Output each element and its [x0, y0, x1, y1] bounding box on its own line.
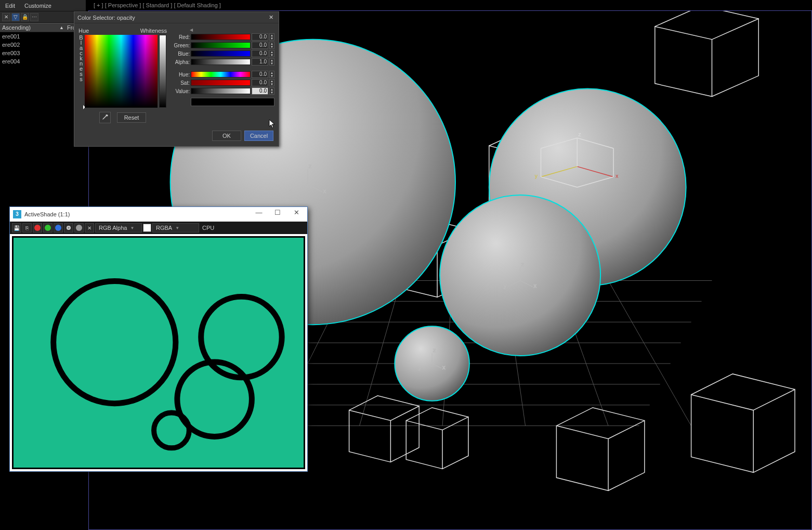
dialog-titlebar[interactable]: Color Selector: opacity ✕	[74, 12, 279, 23]
render-canvas	[14, 238, 304, 468]
hue-spinner[interactable]: ▲▼	[269, 71, 274, 78]
svg-text:x: x	[615, 173, 619, 179]
red-spinner[interactable]: ▲▼	[269, 33, 274, 41]
sort-arrow-icon: ▲	[59, 25, 64, 30]
filter-icon[interactable]: ▽	[11, 13, 20, 21]
hue-label: Hue:	[170, 72, 190, 77]
svg-text:x: x	[442, 364, 446, 370]
activeshade-titlebar[interactable]: 3 ActiveShade (1:1) — ☐ ✕	[10, 207, 307, 222]
minimize-button[interactable]: —	[251, 209, 267, 220]
copy-icon[interactable]: ⎘	[22, 223, 32, 232]
alpha-label: Alpha:	[170, 59, 190, 65]
list-item[interactable]: ere001	[0, 32, 86, 41]
blue-spinner[interactable]: ▲▼	[269, 50, 274, 57]
sort-column[interactable]: Ascending)	[2, 24, 59, 31]
green-label: Green:	[170, 43, 190, 48]
maximize-button[interactable]: ☐	[270, 209, 285, 220]
red-value-input[interactable]: 0.0	[252, 33, 268, 41]
alpha-channel-row: Alpha: 1.0 ▲▼	[170, 58, 274, 66]
activeshade-window: 3 ActiveShade (1:1) — ☐ ✕ 💾 ⎘ ✕ RGB Alph…	[9, 206, 308, 472]
red-channel-row: Red: 0.0 ▲▼	[170, 33, 274, 41]
svg-text:z: z	[578, 131, 581, 137]
lock-icon[interactable]: 🔒	[21, 13, 29, 21]
save-icon[interactable]: 💾	[12, 223, 21, 232]
red-channel-icon[interactable]	[33, 223, 42, 232]
options-icon[interactable]: ⋯	[30, 13, 38, 21]
sat-slider[interactable]	[191, 80, 251, 86]
cancel-button[interactable]: Cancel	[244, 131, 273, 141]
close-button[interactable]: ✕	[289, 209, 304, 220]
format-select[interactable]: RGBA▼	[152, 223, 199, 232]
blue-label: Blue:	[170, 51, 190, 57]
svg-text:y: y	[418, 364, 422, 370]
hue-header-label: Hue	[78, 28, 89, 34]
eyedropper-icon	[101, 114, 109, 121]
blue-slider[interactable]	[191, 50, 251, 57]
channel-select[interactable]: RGB Alpha▼	[95, 223, 142, 232]
reset-button[interactable]: Reset	[117, 112, 146, 123]
red-label: Red:	[170, 34, 190, 40]
menu-customize[interactable]: Customize	[24, 3, 51, 9]
green-channel-icon[interactable]	[43, 223, 53, 232]
list-item[interactable]: ere003	[0, 49, 86, 57]
close-tab-icon[interactable]: ✕	[2, 13, 10, 21]
dialog-title: Color Selector: opacity	[77, 15, 266, 21]
alpha-channel-icon[interactable]	[64, 223, 73, 232]
list-item[interactable]: ere004	[0, 57, 86, 66]
green-channel-row: Green: 0.0 ▲▼	[170, 42, 274, 49]
sat-spinner[interactable]: ▲▼	[269, 79, 274, 86]
sat-value-input[interactable]: 0.0	[252, 79, 268, 86]
scene-list-header[interactable]: Ascending) ▲ Froze	[0, 23, 86, 32]
alpha-value-input[interactable]: 1.0	[252, 58, 268, 66]
value-value-input[interactable]: 0.0	[252, 87, 268, 95]
value-label: Value:	[170, 88, 190, 94]
color-swatch[interactable]	[191, 98, 274, 106]
sat-label: Sat:	[170, 80, 190, 86]
whiteness-header-label: Whiteness	[140, 28, 167, 34]
hue-value-input[interactable]: 0.0	[252, 71, 268, 78]
main-menu: Edit Customize	[0, 0, 86, 11]
green-spinner[interactable]: ▲▼	[269, 42, 274, 49]
svg-text:x: x	[534, 282, 537, 289]
value-spinner[interactable]: ▲▼	[269, 87, 274, 95]
scene-explorer-toolbar: ✕ ▽ 🔒 ⋯	[0, 11, 86, 23]
app-icon: 3	[13, 210, 21, 218]
hue-channel-row: Hue: 0.0 ▲▼	[170, 71, 274, 78]
mono-icon[interactable]	[74, 223, 84, 232]
activeshade-toolbar: 💾 ⎘ ✕ RGB Alpha▼ RGBA▼ CPU	[10, 222, 307, 234]
svg-text:z: z	[309, 163, 312, 169]
svg-text:z: z	[433, 347, 436, 353]
svg-point-35	[201, 296, 282, 377]
bg-color-swatch[interactable]	[143, 224, 151, 232]
value-slider[interactable]	[191, 88, 251, 94]
hue-slider[interactable]	[191, 71, 251, 77]
svg-text:z: z	[521, 261, 525, 267]
hsv-picker[interactable]	[85, 35, 158, 108]
render-output[interactable]	[12, 236, 305, 469]
sat-channel-row: Sat: 0.0 ▲▼	[170, 79, 274, 86]
eyedropper-button[interactable]	[99, 112, 111, 123]
menu-edit[interactable]: Edit	[5, 3, 15, 9]
green-slider[interactable]	[191, 42, 251, 48]
list-item[interactable]: ere002	[0, 41, 86, 49]
alpha-slider[interactable]	[191, 59, 251, 65]
chevron-down-icon: ▼	[130, 226, 134, 230]
svg-point-37	[154, 413, 189, 448]
blue-channel-row: Blue: 0.0 ▲▼	[170, 50, 274, 57]
blue-value-input[interactable]: 0.0	[252, 50, 268, 57]
blackness-label: Blackness	[79, 35, 83, 82]
close-icon[interactable]: ✕	[266, 14, 276, 22]
renderer-label: CPU	[202, 225, 214, 231]
ok-button[interactable]: OK	[212, 131, 241, 141]
viewport-label[interactable]: [ + ] [ Perspective ] [ Standard ] [ Def…	[94, 2, 221, 8]
chevron-down-icon: ▼	[175, 226, 179, 230]
svg-text:y: y	[289, 188, 292, 194]
picker-marker-icon	[83, 105, 87, 109]
alpha-spinner[interactable]: ▲▼	[269, 58, 274, 66]
whiteness-ramp[interactable]	[159, 35, 166, 108]
red-slider[interactable]	[191, 34, 251, 40]
clear-icon[interactable]: ✕	[85, 223, 94, 232]
green-value-input[interactable]: 0.0	[252, 42, 268, 49]
blue-channel-icon[interactable]	[54, 223, 63, 232]
activeshade-title: ActiveShade (1:1)	[24, 211, 248, 217]
